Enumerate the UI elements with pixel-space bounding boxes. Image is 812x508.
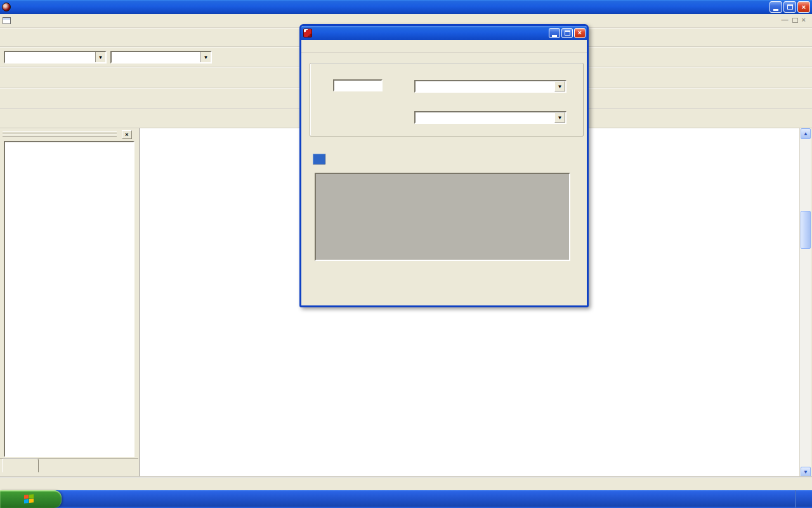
mdi-minimize-icon[interactable]: — xyxy=(782,17,789,23)
status-bar xyxy=(0,478,812,490)
dialog-close-button[interactable]: × xyxy=(574,28,586,38)
module-parameter-table xyxy=(315,173,570,261)
utility-app-icon xyxy=(303,29,312,37)
target-module-groupbox xyxy=(310,63,584,137)
dialog-menu-bar xyxy=(301,40,587,53)
program-combo[interactable]: ▼ xyxy=(4,51,107,64)
chevron-down-icon[interactable]: ▼ xyxy=(200,52,211,62)
project-tree xyxy=(4,141,134,457)
scroll-thumb[interactable] xyxy=(801,211,811,249)
restore-button[interactable] xyxy=(783,1,796,13)
gx-developer-app-icon xyxy=(2,3,11,11)
model-name-select[interactable]: ▼ xyxy=(414,111,566,124)
scroll-down-icon[interactable]: ▼ xyxy=(801,467,811,478)
chevron-down-icon[interactable]: ▼ xyxy=(95,52,105,62)
device-combo[interactable]: ▼ xyxy=(110,51,212,64)
panel-grip[interactable] xyxy=(3,131,117,133)
project-tab[interactable] xyxy=(2,458,39,472)
main-title-bar: × xyxy=(0,0,812,14)
panel-close-icon[interactable]: × xyxy=(122,130,132,139)
dialog-minimize-button[interactable] xyxy=(549,28,560,38)
start-io-input[interactable] xyxy=(333,79,383,91)
child-window-icon[interactable] xyxy=(3,17,11,24)
minimize-button[interactable] xyxy=(769,1,782,13)
mdi-close-icon[interactable]: × xyxy=(802,17,806,23)
system-tray xyxy=(795,490,812,508)
chevron-down-icon[interactable]: ▼ xyxy=(554,112,565,123)
start-button[interactable] xyxy=(0,490,62,508)
panel-grip[interactable] xyxy=(3,135,117,137)
scroll-up-icon[interactable]: ▲ xyxy=(801,128,811,139)
windows-flag-icon xyxy=(24,494,34,504)
dialog-title-bar: × xyxy=(301,26,587,40)
mdi-restore-icon[interactable] xyxy=(792,18,798,23)
dialog-intelligent-utility: × ▼ ▼ xyxy=(299,24,589,307)
chevron-down-icon[interactable]: ▼ xyxy=(554,81,565,91)
mdi-child-controls: — × xyxy=(782,17,806,23)
ladder-scrollbar[interactable]: ▲ ▼ xyxy=(799,128,811,478)
param-tab[interactable] xyxy=(313,154,325,164)
dialog-maximize-button[interactable] xyxy=(561,28,573,38)
taskbar xyxy=(0,490,812,508)
close-button[interactable]: × xyxy=(797,1,810,13)
module-type-select[interactable]: ▼ xyxy=(414,80,566,93)
project-tree-panel: × xyxy=(0,128,138,478)
